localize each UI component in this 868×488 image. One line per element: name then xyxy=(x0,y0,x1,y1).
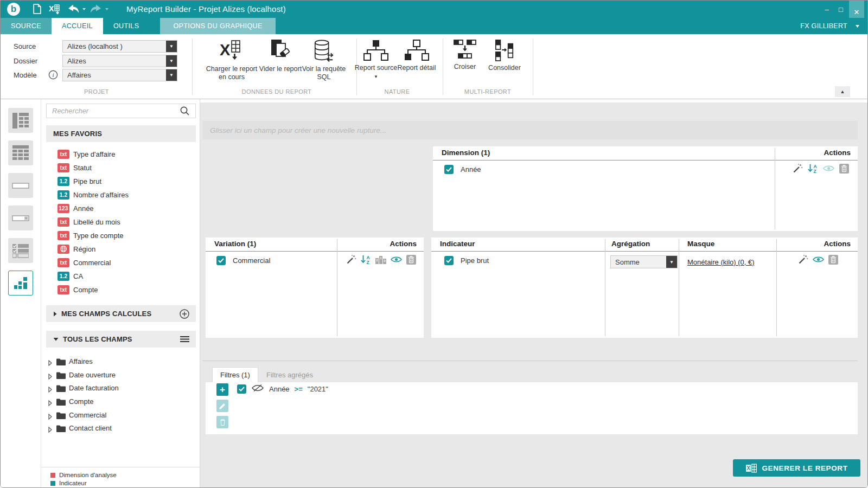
excel-export-icon[interactable]: X xyxy=(49,4,61,15)
tab-source[interactable]: SOURCE xyxy=(1,18,52,34)
field-item[interactable]: 1.2Nombre d'affaires xyxy=(41,188,200,201)
view-list-icon[interactable] xyxy=(8,238,33,263)
view-crosstab-icon[interactable] xyxy=(8,108,33,133)
trash-icon[interactable] xyxy=(406,254,416,267)
search-box[interactable] xyxy=(46,104,196,118)
user-menu[interactable]: FX GILLIBERT xyxy=(800,18,860,34)
view-chart-icon[interactable] xyxy=(8,271,33,296)
dimension-panel-title: Dimension (1) xyxy=(442,149,490,157)
checkbox-checked[interactable] xyxy=(444,165,454,174)
chevron-down-icon: ▼ xyxy=(166,69,177,81)
tab-filtres[interactable]: Filtres (1) xyxy=(212,367,258,382)
dossier-select[interactable]: Alizes▼ xyxy=(62,55,177,67)
tab-filtres-agreges[interactable]: Filtres agrégés xyxy=(259,367,321,382)
wand-icon[interactable] xyxy=(793,163,803,176)
mask-link[interactable]: Monétaire (kilo) (0, €) xyxy=(687,258,755,266)
report-detail-button[interactable]: Report détail xyxy=(395,40,438,72)
collapse-ribbon-button[interactable]: ▲ xyxy=(835,86,850,97)
aggregation-select[interactable]: Somme▼ xyxy=(610,255,678,268)
generate-report-button[interactable]: X GENERER LE REPORT xyxy=(733,459,860,477)
view-table-icon[interactable] xyxy=(8,140,33,165)
filter-row[interactable]: Année >= "2021" xyxy=(237,382,328,395)
tab-outils[interactable]: OUTILS xyxy=(103,18,150,34)
add-calculated-field-icon[interactable] xyxy=(180,309,189,319)
sort-az-icon[interactable]: AZ xyxy=(808,163,818,176)
folder-icon xyxy=(56,371,66,381)
field-item[interactable]: txtType de compte xyxy=(41,229,200,242)
view-cell-icon[interactable] xyxy=(8,173,33,198)
edit-filter-button[interactable] xyxy=(216,400,228,412)
text-type-badge: txt xyxy=(58,285,69,294)
field-item[interactable]: txtType d'affaire xyxy=(41,147,200,160)
checkbox-checked[interactable] xyxy=(444,256,454,265)
modele-label: Modèle xyxy=(14,71,37,79)
checkbox-checked[interactable] xyxy=(237,384,246,394)
eye-slash-icon[interactable] xyxy=(251,383,264,395)
voir-requete-sql-button[interactable]: Voir la requête SQL xyxy=(298,40,350,81)
info-icon[interactable]: i xyxy=(48,70,58,82)
new-document-icon[interactable] xyxy=(33,4,41,14)
favorites-section-header[interactable]: MES FAVORIS xyxy=(46,125,196,142)
field-item[interactable]: txtCompte xyxy=(41,283,200,296)
expand-arrow-icon[interactable] xyxy=(48,399,52,408)
variation-panel: Variation (1) Actions Commercial AZ 213 xyxy=(206,237,424,338)
view-dropdown-icon[interactable] xyxy=(8,206,33,230)
dossier-label: Dossier xyxy=(14,57,37,65)
aggregation-column-header: Agrégation xyxy=(611,240,650,248)
all-fields-header[interactable]: TOUS LES CHAMPS xyxy=(46,331,196,348)
trash-icon[interactable] xyxy=(828,254,838,267)
folder-item[interactable]: Contact client xyxy=(41,422,200,435)
mask-column-header: Masque xyxy=(687,240,714,248)
search-input[interactable] xyxy=(47,107,180,115)
wand-icon[interactable] xyxy=(346,254,356,267)
fields-menu-icon[interactable] xyxy=(180,336,189,343)
undo-button[interactable] xyxy=(67,4,86,14)
field-item[interactable]: txtCommercial xyxy=(41,256,200,269)
charger-report-button[interactable]: X Charger le report en cours xyxy=(206,40,258,81)
report-source-button[interactable]: Report source ▼ xyxy=(352,40,400,81)
modele-select[interactable]: Affaires▼ xyxy=(62,69,177,81)
trash-icon[interactable] xyxy=(839,163,849,176)
add-filter-button[interactable]: + xyxy=(216,383,228,396)
folder-item[interactable]: Commercial xyxy=(41,409,200,422)
expand-arrow-icon[interactable] xyxy=(48,358,52,368)
eye-icon[interactable] xyxy=(823,164,834,175)
checkbox-checked[interactable] xyxy=(216,256,226,265)
field-item[interactable]: 1.2CA xyxy=(41,269,200,282)
field-item[interactable]: 1.2Pipe brut xyxy=(41,175,200,188)
folder-item[interactable]: Compte xyxy=(41,395,200,408)
expand-arrow-icon[interactable] xyxy=(48,385,52,395)
rupture-drop-zone[interactable]: Glisser ici un champ pour créer une nouv… xyxy=(202,121,858,139)
ranking-icon[interactable]: 213 xyxy=(375,255,386,266)
expand-arrow-icon[interactable] xyxy=(48,412,52,422)
field-item[interactable]: txtLibellé du mois xyxy=(41,215,200,228)
folder-item[interactable]: Date ouverture xyxy=(41,369,200,382)
redo-button[interactable] xyxy=(90,4,109,14)
expand-arrow-icon[interactable] xyxy=(48,372,52,382)
folder-item[interactable]: Affaires xyxy=(41,355,200,368)
eye-icon[interactable] xyxy=(391,255,402,266)
search-icon[interactable] xyxy=(180,106,190,116)
tab-options-graphique[interactable]: OPTIONS DU GRAPHIQUE xyxy=(160,18,275,34)
croiser-button[interactable]: Croiser xyxy=(447,40,483,71)
group-label-nature: NATURE xyxy=(385,88,410,95)
sort-az-icon[interactable]: AZ xyxy=(361,254,371,267)
maximize-button[interactable]: □ xyxy=(834,1,848,18)
expand-arrow-icon[interactable] xyxy=(48,425,52,435)
calculated-fields-header[interactable]: MES CHAMPS CALCULES xyxy=(46,305,196,322)
field-item[interactable]: Région xyxy=(41,242,200,255)
text-type-badge: txt xyxy=(58,150,69,159)
consolider-button[interactable]: Consolider xyxy=(483,40,526,72)
folder-item[interactable]: Date facturation xyxy=(41,382,200,395)
delete-filter-button[interactable] xyxy=(216,416,228,428)
minimize-button[interactable]: – xyxy=(820,1,834,18)
numeric-type-badge: 1.2 xyxy=(58,272,69,281)
wand-icon[interactable] xyxy=(798,254,808,267)
field-item[interactable]: txtStatut xyxy=(41,161,200,174)
field-item[interactable]: 123Année xyxy=(41,202,200,215)
consolidate-icon xyxy=(494,40,515,61)
tab-accueil[interactable]: ACCUEIL xyxy=(52,18,103,34)
group-label-projet: PROJET xyxy=(84,88,109,95)
eye-icon[interactable] xyxy=(813,255,824,266)
source-select[interactable]: Alizes (localhost )▼ xyxy=(62,40,177,53)
